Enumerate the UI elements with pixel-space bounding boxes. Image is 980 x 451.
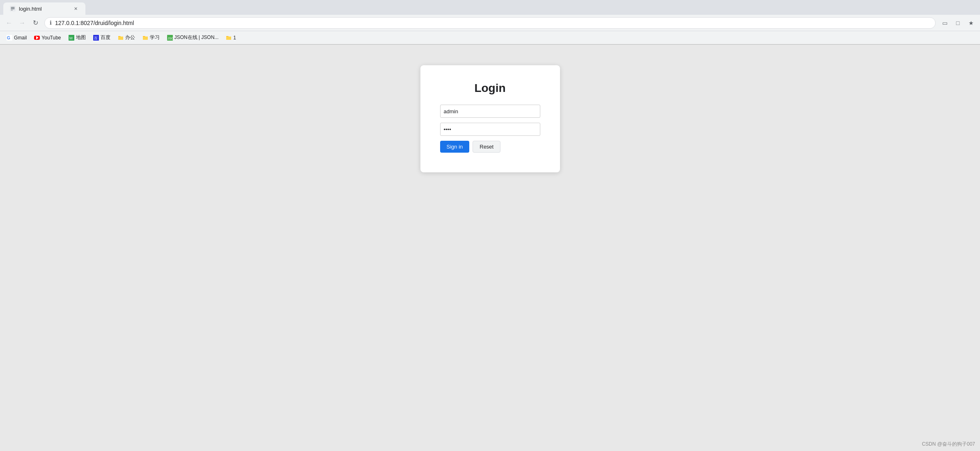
watermark: CSDN @奋斗的狗子007	[922, 441, 975, 448]
watermark-text: CSDN @奋斗的狗子007	[922, 441, 975, 447]
maps-icon: M	[69, 35, 74, 41]
folder-office-icon	[118, 35, 124, 41]
username-input[interactable]	[440, 105, 540, 118]
cast-icon: ▭	[942, 20, 948, 26]
bookmark-office-label: 办公	[125, 34, 135, 41]
bookmarks-bar: G Gmail YouTube M 地图 百 百度	[0, 31, 980, 44]
bookmark-study-label: 学习	[150, 34, 160, 41]
json-icon: JSON	[167, 35, 173, 41]
svg-text:G: G	[7, 36, 10, 40]
bookmark-folder1[interactable]: 1	[223, 34, 239, 42]
bookmark-study[interactable]: 学习	[139, 33, 163, 42]
svg-text:百: 百	[94, 36, 98, 40]
screenshot-button[interactable]: □	[952, 17, 964, 29]
address-text: 127.0.0.1:8027/druid/login.html	[55, 20, 930, 26]
active-tab[interactable]: login.html ✕	[3, 2, 85, 15]
tab-title: login.html	[19, 6, 69, 12]
gmail-icon: G	[7, 35, 12, 41]
bookmark-office[interactable]: 办公	[115, 33, 138, 42]
tab-favicon-icon	[10, 6, 16, 11]
bookmark-gmail-label: Gmail	[14, 35, 27, 41]
address-bar[interactable]: ℹ 127.0.0.1:8027/druid/login.html	[44, 17, 936, 29]
cast-button[interactable]: ▭	[939, 17, 950, 29]
reset-button[interactable]: Reset	[473, 141, 500, 153]
login-buttons: Sign in Reset	[440, 141, 540, 153]
bookmark-baidu[interactable]: 百 百度	[90, 33, 114, 42]
bookmark-maps-label: 地图	[76, 34, 86, 41]
svg-text:JSON: JSON	[168, 37, 173, 40]
bookmark-youtube[interactable]: YouTube	[31, 34, 64, 42]
browser-chrome: login.html ✕ ← → ↻ ℹ 127.0.0.1:8027/drui…	[0, 0, 980, 45]
bookmark-json[interactable]: JSON JSON在线 | JSON...	[164, 33, 222, 42]
forward-button[interactable]: →	[16, 17, 28, 29]
bookmark-baidu-label: 百度	[101, 34, 110, 41]
reload-button[interactable]: ↻	[30, 17, 41, 29]
password-input[interactable]	[440, 123, 540, 136]
svg-rect-1	[11, 7, 15, 9]
star-icon: ★	[969, 20, 974, 26]
bookmark-maps[interactable]: M 地图	[65, 33, 89, 42]
reload-icon: ↻	[33, 19, 38, 27]
bookmark-json-label: JSON在线 | JSON...	[174, 34, 219, 41]
nav-bar: ← → ↻ ℹ 127.0.0.1:8027/druid/login.html …	[0, 15, 980, 31]
svg-text:M: M	[69, 36, 73, 40]
login-card: Login Sign in Reset	[420, 65, 560, 172]
youtube-icon	[34, 36, 40, 40]
page-content: Login Sign in Reset	[0, 45, 980, 451]
forward-icon: →	[19, 19, 25, 27]
tab-bar: login.html ✕	[0, 0, 980, 15]
bookmark-folder1-label: 1	[233, 35, 236, 41]
folder-study-icon	[142, 35, 148, 41]
nav-right-icons: ▭ □ ★	[939, 17, 977, 29]
bookmark-youtube-label: YouTube	[41, 35, 61, 41]
bookmark-gmail[interactable]: G Gmail	[3, 34, 30, 42]
back-icon: ←	[6, 19, 12, 27]
baidu-icon: 百	[93, 35, 99, 41]
back-button[interactable]: ←	[3, 17, 15, 29]
screenshot-icon: □	[956, 20, 959, 26]
secure-icon: ℹ	[50, 20, 52, 26]
signin-button[interactable]: Sign in	[440, 141, 470, 153]
login-title: Login	[440, 82, 540, 95]
tab-close-button[interactable]: ✕	[72, 5, 79, 12]
folder-1-icon	[226, 35, 232, 41]
bookmark-star-button[interactable]: ★	[965, 17, 977, 29]
svg-rect-2	[11, 10, 13, 11]
